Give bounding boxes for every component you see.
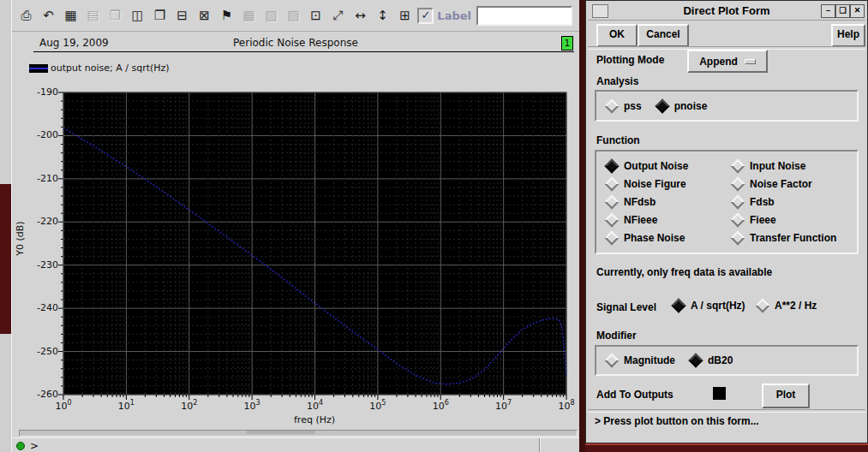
y-tick-label: -210: [29, 173, 58, 184]
signal-level-label: Signal Level: [596, 301, 656, 313]
waveform-cut-icon: ▨: [261, 6, 281, 25]
cancel-button[interactable]: Cancel: [638, 24, 689, 47]
analysis-label: Analysis: [596, 75, 638, 87]
radio-diamond-icon: [731, 158, 745, 173]
plot-button[interactable]: Plot: [762, 384, 810, 408]
plot-area[interactable]: [58, 89, 572, 400]
x-tick-label: 103: [233, 399, 271, 412]
waveform-window: ⎙↶▦▤❒◫❐⊟⊠⚑▦▨▨⊡⤢↔↕⊞ ✓ Label Aug 19, 2009 …: [11, 0, 579, 452]
undo-icon[interactable]: ↶: [39, 6, 58, 25]
radio-magnitude[interactable]: Magnitude: [605, 354, 675, 366]
close-button[interactable]: ✕: [850, 4, 865, 18]
x-tick-label: 100: [45, 399, 82, 412]
notice-text: Currently, only freq data is available: [596, 266, 772, 278]
radio-pss[interactable]: pss: [605, 100, 642, 112]
radio-diamond-icon: [689, 354, 703, 368]
x-tick-label: 104: [296, 399, 334, 412]
radio-a-sqrt-hz[interactable]: A / sqrt(Hz): [672, 300, 745, 312]
label-input[interactable]: [476, 6, 572, 26]
function-options-box: Output NoiseInput NoiseNoise FigureNoise…: [595, 150, 859, 254]
radio-diamond-icon: [731, 231, 745, 246]
legend-swatch-icon: [29, 64, 48, 73]
plotting-mode-dropdown[interactable]: Append: [687, 50, 768, 73]
background-maroon-window: [0, 184, 11, 334]
label-area: ✓ Label: [417, 6, 572, 26]
radio-phase-noise[interactable]: Phase Noise: [605, 232, 731, 244]
background-window-bottom-edge: [585, 443, 868, 452]
plotting-mode-value: Append: [699, 56, 738, 68]
radio-noise-factor[interactable]: Noise Factor: [731, 178, 857, 190]
header-underline: [33, 51, 574, 52]
annotation-label-icon[interactable]: ⚑: [217, 6, 236, 25]
radio-diamond-icon: [605, 213, 620, 228]
modifier-label: Modifier: [596, 330, 637, 342]
radio-fieee[interactable]: Fieee: [731, 214, 857, 226]
radio-diamond-icon: [731, 213, 745, 228]
radio-output-noise[interactable]: Output Noise: [605, 160, 731, 172]
radio-diamond-icon: [605, 354, 620, 368]
radio-diamond-icon: [655, 98, 669, 113]
radio-input-noise[interactable]: Input Noise: [731, 160, 857, 172]
separator: [588, 409, 865, 413]
radio-diamond-icon: [731, 176, 745, 191]
dialog-titlebar[interactable]: Direct Plot Form – ❑ ✕: [588, 3, 865, 21]
help-button[interactable]: Help: [831, 24, 865, 47]
radio-transfer-function[interactable]: Transfer Function: [731, 232, 857, 244]
fit-window-icon[interactable]: ⊞: [395, 6, 415, 25]
command-prompt[interactable]: >: [30, 440, 39, 452]
horizontal-scrollbar[interactable]: [19, 430, 578, 437]
calculator-icon[interactable]: ⊡: [306, 6, 326, 25]
maximize-button[interactable]: ❑: [835, 4, 850, 18]
label-checkbox-label: Label: [437, 9, 471, 22]
radio-diamond-icon: [605, 231, 620, 246]
delete-subwindow-icon[interactable]: ⊟: [172, 6, 192, 25]
new-subwindow-icon[interactable]: ❐: [150, 6, 170, 25]
scrollbar-thumb[interactable]: [247, 431, 315, 434]
print-icon[interactable]: ⎙: [16, 6, 36, 25]
zoom-x-icon[interactable]: ↔: [350, 6, 370, 25]
overlay-window-icon: ❒: [105, 6, 125, 25]
x-tick-label: 108: [548, 399, 585, 412]
option-menu-dash-icon: [745, 59, 756, 64]
main-statusbar: >: [12, 437, 579, 452]
radio-fdsb[interactable]: Fdsb: [731, 196, 857, 208]
subwindow-switch-icon[interactable]: ◫: [128, 6, 147, 25]
radio-diamond-icon: [605, 194, 620, 209]
radio-nfieee[interactable]: NFieee: [605, 214, 731, 226]
function-label: Function: [596, 134, 640, 146]
x-tick-label: 101: [107, 399, 145, 412]
radio-noise-figure[interactable]: Noise Figure: [605, 178, 731, 190]
radio-diamond-icon: [756, 299, 770, 313]
y-tick-label: -220: [29, 216, 58, 227]
waveform-paste-icon: ▨: [284, 6, 303, 25]
toolbar: ⎙↶▦▤❒◫❐⊟⊠⚑▦▨▨⊡⤢↔↕⊞ ✓ Label: [12, 0, 579, 32]
minimize-button[interactable]: –: [821, 4, 835, 18]
dialog-status-text: > Press plot button on this form...: [595, 415, 759, 427]
y-axis-label: Y0 (dB): [15, 209, 26, 269]
subwindow-resize-icon[interactable]: ⊠: [195, 6, 214, 25]
x-tick-label: 107: [485, 399, 523, 412]
legend-label: output noise; A / sqrt(Hz): [51, 62, 170, 74]
radio-db20[interactable]: dB20: [689, 354, 733, 366]
statusbar-divider: [539, 438, 541, 452]
zoom-y-icon[interactable]: ↕: [373, 6, 392, 25]
plotting-mode-label: Plotting Mode: [596, 54, 664, 66]
status-led-icon: [16, 442, 25, 450]
radio-pnoise[interactable]: pnoise: [655, 100, 708, 112]
grid-toggle-icon[interactable]: ▦: [61, 6, 81, 25]
add-to-outputs-checkbox[interactable]: [713, 387, 726, 400]
analysis-box: pss pnoise: [595, 90, 859, 122]
radio-diamond-icon: [605, 98, 620, 113]
zoom-fit-icon[interactable]: ⤢: [328, 6, 348, 25]
radio-a2-hz[interactable]: A**2 / Hz: [756, 300, 817, 312]
ok-button[interactable]: OK: [596, 24, 638, 47]
background-window-edge: [0, 0, 12, 452]
add-to-outputs-label: Add To Outputs: [596, 389, 673, 401]
label-checkbox[interactable]: ✓: [417, 8, 434, 24]
legend[interactable]: output noise; A / sqrt(Hz): [29, 62, 170, 74]
x-tick-label: 106: [422, 399, 459, 412]
y-tick-label: -200: [29, 129, 58, 140]
radio-diamond-icon: [672, 299, 686, 313]
radio-nfdsb[interactable]: NFdsb: [605, 196, 731, 208]
toolbar-icons: ⎙↶▦▤❒◫❐⊟⊠⚑▦▨▨⊡⤢↔↕⊞: [16, 6, 417, 25]
